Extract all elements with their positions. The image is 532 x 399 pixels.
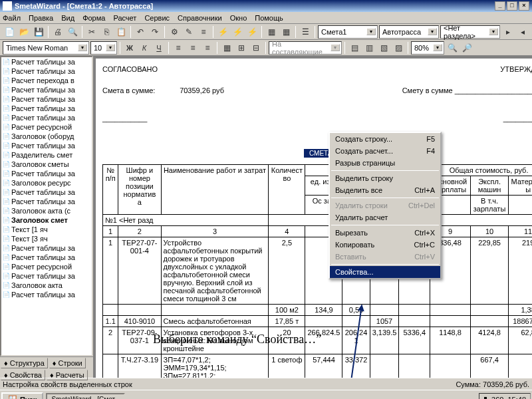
tree-item[interactable]: Заголовок сметы — [1, 160, 92, 169]
bolt3-icon[interactable]: ⚡ — [245, 25, 259, 39]
tree-item[interactable]: Расчет таблицы за — [1, 197, 92, 206]
tree-item[interactable]: Расчет перехода в — [1, 76, 92, 85]
ctx-item[interactable]: Свойства... — [330, 266, 440, 278]
border-icon[interactable]: ▦ — [220, 41, 233, 55]
fontsize-combo[interactable]: 10 — [90, 41, 117, 55]
components-combo[interactable]: На составляющие — [269, 41, 342, 55]
tree-item[interactable]: Расчет таблицы за — [1, 141, 92, 150]
preview-icon[interactable]: 🔍 — [66, 25, 79, 39]
doc-combo[interactable]: Смета1 — [318, 25, 378, 39]
tree-tab[interactable]: ♦ Расчеты — [47, 370, 88, 380]
underline-icon[interactable]: Ч — [152, 41, 166, 55]
tree-tab[interactable]: ♦ Строки — [49, 358, 86, 368]
ctx-item[interactable]: Выделить всеCtrl+A — [330, 184, 440, 196]
tree-item[interactable]: Расчет таблицы за — [1, 290, 92, 299]
tool-icon[interactable]: ⚙ — [168, 25, 181, 39]
tree-item[interactable]: Расчет таблицы за — [1, 243, 92, 253]
minimize-button[interactable]: _ — [495, 1, 505, 11]
start-button[interactable]: 🪟 Пуск — [1, 392, 43, 399]
bold-icon[interactable]: Ж — [123, 41, 136, 55]
tool-b-icon[interactable]: ▥ — [362, 41, 376, 55]
tree-tab[interactable]: ♦ Структура — [1, 358, 48, 368]
tree-item[interactable]: Расчет таблицы за — [1, 66, 92, 76]
tree-item[interactable]: Расчет таблицы за — [1, 169, 92, 178]
ctx-item[interactable]: Создать расчет...F4 — [330, 145, 440, 157]
nav-icon[interactable]: ▸ — [501, 25, 515, 39]
ctx-item[interactable]: Разрыв страницы — [330, 157, 440, 169]
bolt2-icon[interactable]: ⚡ — [231, 25, 244, 39]
italic-icon[interactable]: К — [138, 41, 151, 55]
tree-item[interactable]: Расчет таблицы за — [1, 104, 92, 113]
zoomin-icon[interactable]: 🔍 — [446, 41, 459, 55]
align-left-icon[interactable]: ≡ — [172, 41, 185, 55]
taskbar-item[interactable]: SmetaWizard - [Смет... — [46, 393, 125, 399]
ctx-item[interactable]: Создать строку...F5 — [330, 133, 440, 145]
structure-tree[interactable]: Расчет таблицы заРасчет таблицы заРасчет… — [0, 56, 93, 356]
tray-icon[interactable]: ▮ — [483, 395, 487, 399]
menu-Сервис[interactable]: Сервис — [144, 14, 170, 22]
bolt-icon[interactable]: ⚡ — [216, 25, 229, 39]
tree-item[interactable]: Заголовок ресурс — [1, 178, 92, 188]
menu-Правка[interactable]: Правка — [29, 14, 53, 22]
tree-item[interactable]: Расчет таблицы за — [1, 188, 92, 197]
section-combo[interactable]: Автотрасса — [379, 25, 439, 39]
division-combo[interactable]: <Нет раздела> — [440, 25, 500, 39]
tool2-icon[interactable]: ✎ — [182, 25, 196, 39]
menu-Файл[interactable]: Файл — [3, 14, 21, 22]
tree-tab[interactable]: ♦ Свойства — [1, 370, 45, 380]
tree-item[interactable]: Текст [1 яч — [1, 225, 92, 234]
tree-item[interactable]: Расчет таблицы за — [1, 94, 92, 104]
document-area[interactable]: СОГЛАСОВАНО УТВЕРЖДАЮ Смета в сумме: 703… — [93, 56, 532, 378]
ctx-item[interactable]: ВырезатьCtrl+X — [330, 227, 440, 239]
zoom-combo[interactable]: 80% — [411, 41, 444, 55]
tree-item[interactable]: Расчет ресурсной — [1, 262, 92, 271]
align-right-icon[interactable]: ≡ — [201, 41, 214, 55]
tree-item[interactable]: Заголовок смет — [1, 215, 92, 225]
menu-Вид[interactable]: Вид — [61, 14, 74, 22]
ctx-item[interactable]: Удалить расчет — [330, 211, 440, 223]
tool3-icon[interactable]: ≡ — [197, 25, 210, 39]
zoomout-icon[interactable]: 🔎 — [460, 41, 473, 55]
tool-c-icon[interactable]: ▧ — [377, 41, 390, 55]
new-icon[interactable]: 📄 — [3, 25, 16, 39]
tree-item[interactable]: Разделитель смет — [1, 150, 92, 160]
tree-item[interactable]: Текст [3 яч — [1, 234, 92, 243]
menu-Справочники[interactable]: Справочники — [178, 14, 222, 22]
nav2-icon[interactable]: ◂ — [516, 25, 529, 39]
tbl2-icon[interactable]: ▦ — [279, 25, 293, 39]
menu-Окно[interactable]: Окно — [230, 14, 247, 22]
tree-item[interactable]: Заголовок акта (с — [1, 206, 92, 215]
close-button[interactable]: × — [519, 1, 529, 11]
redo-icon[interactable]: ↷ — [148, 25, 162, 39]
ctx-item[interactable]: КопироватьCtrl+C — [330, 239, 440, 251]
list-icon[interactable]: ☰ — [299, 25, 312, 39]
split-icon[interactable]: ⊟ — [249, 41, 263, 55]
menu-Помощь[interactable]: Помощь — [255, 14, 283, 22]
tree-item[interactable]: Расчет таблицы за — [1, 57, 92, 66]
tree-item[interactable]: Расчет таблицы за — [1, 113, 92, 122]
align-center-icon[interactable]: ≡ — [186, 41, 200, 55]
tool-a-icon[interactable]: ▤ — [348, 41, 361, 55]
tbl-icon[interactable]: ▦ — [265, 25, 278, 39]
estimate-table[interactable]: № п/пШифр и номер позиции норматив аНаим… — [102, 164, 532, 378]
tree-item[interactable]: Заголовок (оборуд — [1, 132, 92, 141]
tree-item[interactable]: Расчет таблицы за — [1, 253, 92, 262]
merge-icon[interactable]: ⊞ — [235, 41, 248, 55]
font-combo[interactable]: Times New Roman — [3, 41, 89, 55]
cut-icon[interactable]: ✂ — [85, 25, 98, 39]
tree-item[interactable]: Расчет ресурсной — [1, 122, 92, 132]
tree-item[interactable]: Расчет таблицы за — [1, 85, 92, 94]
tree-item[interactable]: Расчет таблицы за — [1, 271, 92, 281]
menu-Форма[interactable]: Форма — [82, 14, 105, 22]
menu-Расчет[interactable]: Расчет — [113, 14, 136, 22]
tool-d-icon[interactable]: ▨ — [392, 41, 405, 55]
save-icon[interactable]: 💾 — [32, 25, 45, 39]
copy-icon[interactable]: ⎘ — [100, 25, 113, 39]
tray-icon[interactable]: 360 — [491, 396, 503, 400]
open-icon[interactable]: 📂 — [17, 25, 31, 39]
print-icon[interactable]: 🖨 — [51, 25, 65, 39]
paste-icon[interactable]: 📋 — [114, 25, 128, 39]
maximize-button[interactable]: □ — [507, 1, 517, 11]
ctx-item[interactable]: Выделить строку — [330, 172, 440, 184]
tree-item[interactable]: Заголовок акта — [1, 281, 92, 290]
